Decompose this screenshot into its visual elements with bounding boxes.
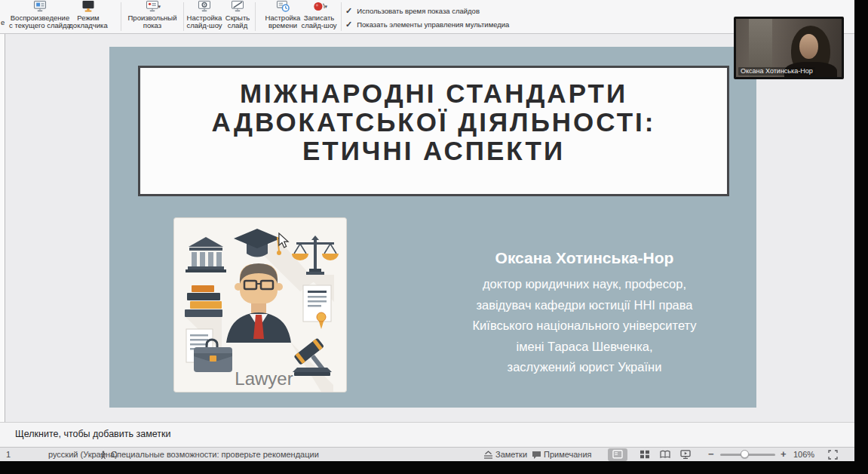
fit-slide-to-window-button[interactable]	[828, 450, 838, 461]
notes-panel[interactable]: Щелкните, чтобы добавить заметки	[0, 422, 854, 447]
ribbon-button-presenter-view[interactable]: Режимдокладчика	[62, 0, 115, 33]
custom-show-icon: ▾	[146, 1, 159, 12]
lawyer-caption: Lawyer	[235, 368, 293, 389]
slideshow-view-button[interactable]	[676, 448, 695, 461]
ribbon-group-separator	[341, 2, 342, 31]
record-slideshow-icon: ▾	[312, 1, 326, 12]
webcam-overlay[interactable]: Оксана Хотинська-Нор	[734, 17, 844, 79]
lawyer-illustration[interactable]: Lawyer	[173, 217, 347, 392]
slide-title-line: ЕТИЧНІ АСПЕКТИ	[140, 137, 727, 165]
zoom-slider-handle[interactable]	[741, 450, 749, 458]
powerpoint-window: е Воспроизведениес текущего слайда Режим…	[0, 0, 854, 461]
ribbon-button-custom-show[interactable]: ▾ Произвольныйпоказ	[125, 0, 179, 33]
notes-toggle-icon	[483, 451, 493, 461]
ribbon-slideshow-tab: е Воспроизведениес текущего слайда Режим…	[0, 0, 854, 34]
slide-title-placeholder[interactable]: МІЖНАРОДНІ СТАНДАРТИ АДВОКАТСЬКОЇ ДІЯЛЬН…	[138, 66, 729, 196]
mouse-cursor	[278, 232, 290, 251]
presenter-view-icon	[81, 1, 95, 12]
play-from-current-slide-icon	[33, 1, 47, 12]
slide-canvas[interactable]: МІЖНАРОДНІ СТАНДАРТИ АДВОКАТСЬКОЇ ДІЯЛЬН…	[109, 47, 756, 408]
speaker-name: Оксана Хотинська-Нор	[426, 249, 743, 267]
checkmark-icon: ✓	[345, 6, 352, 15]
ribbon-button-record-slideshow[interactable]: ▾ Записатьслайд-шоу	[296, 0, 342, 33]
ribbon-group-separator	[121, 2, 121, 31]
ribbon-button-label: Режимдокладчика	[62, 14, 115, 29]
speaker-line: заслужений юрист України	[426, 357, 743, 378]
setup-slideshow-icon	[198, 1, 211, 12]
checkbox-use-timings[interactable]: ✓Использовать время показа слайдов	[345, 3, 480, 15]
reading-view-button[interactable]	[655, 448, 675, 461]
zoom-in-icon[interactable]: +	[781, 448, 787, 460]
ribbon-button-label: Скрытьслайд	[220, 14, 255, 29]
checkbox-label: Показать элементы управления мультимедиа	[357, 20, 509, 29]
slide-sorter-view-button[interactable]	[635, 448, 655, 461]
speaker-text-block[interactable]: Оксана Хотинська-Нор доктор юридичних на…	[426, 249, 743, 378]
comments-icon	[532, 451, 541, 461]
letterbox-bottom	[0, 461, 868, 474]
speaker-line: доктор юридичних наук, професор,	[426, 274, 743, 295]
ribbon-button-label: Записатьслайд-шоу	[296, 14, 342, 29]
zoom-out-icon[interactable]: −	[708, 448, 714, 460]
chevron-down-icon: ▾	[158, 4, 161, 10]
speaker-line: завідувач кафедри юстиції ННІ права	[426, 295, 743, 316]
notes-placeholder: Щелкните, чтобы добавить заметки	[15, 429, 170, 439]
participant-name-label: Оксана Хотинська-Нор	[738, 67, 815, 75]
checkbox-label: Использовать время показа слайдов	[357, 7, 480, 15]
speaker-line: імені Тараса Шевченка,	[426, 337, 743, 358]
ribbon-group-separator	[255, 2, 256, 31]
normal-view-button[interactable]	[608, 448, 627, 461]
slide-thumbnails-strip[interactable]	[0, 34, 5, 422]
ribbon-button-hide-slide[interactable]: Скрытьслайд	[220, 0, 255, 33]
slide-number-indicator: 1	[6, 450, 11, 459]
slide-title-line: МІЖНАРОДНІ СТАНДАРТИ	[140, 79, 727, 108]
participant-face	[799, 34, 818, 59]
comments-toggle-button[interactable]: Примечания	[544, 450, 592, 459]
letterbox-right	[854, 0, 868, 474]
accessibility-check-button[interactable]: Специальные возможности: проверьте реком…	[111, 450, 319, 459]
rehearse-timings-icon	[276, 1, 290, 12]
speaker-line: Київського національного університету	[426, 315, 743, 337]
checkbox-show-media-controls[interactable]: ✓Показать элементы управления мультимеди…	[345, 17, 509, 29]
zoom-level-button[interactable]: 106%	[793, 450, 814, 459]
notes-toggle-button[interactable]: Заметки	[495, 450, 527, 459]
ribbon-button-label: Произвольныйпоказ	[125, 14, 179, 29]
checkmark-icon: ✓	[345, 20, 352, 29]
chevron-down-icon: ▾	[324, 4, 327, 10]
accessibility-icon	[99, 451, 108, 461]
hide-slide-icon	[231, 1, 244, 12]
slide-title-line: АДВОКАТСЬКОЇ ДІЯЛЬНОСТІ:	[140, 108, 727, 137]
